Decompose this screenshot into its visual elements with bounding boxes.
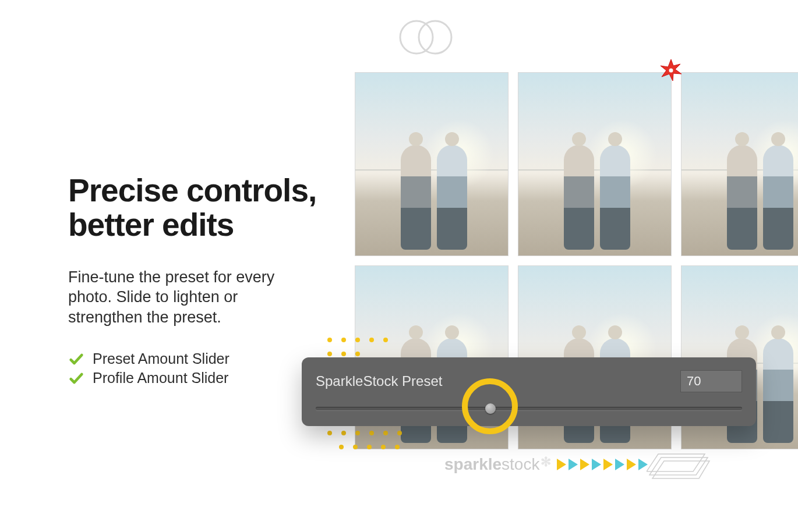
feature-item: Profile Amount Slider bbox=[68, 370, 336, 386]
thumbnail bbox=[355, 72, 509, 256]
svg-point-15 bbox=[383, 431, 388, 435]
star-icon bbox=[659, 58, 683, 85]
checkmark-icon bbox=[68, 370, 84, 386]
svg-point-1 bbox=[419, 21, 451, 54]
svg-point-0 bbox=[400, 21, 433, 54]
svg-point-17 bbox=[339, 445, 344, 449]
thumbnail bbox=[681, 72, 798, 256]
asterisk-icon: ✻ bbox=[541, 455, 551, 469]
svg-point-16 bbox=[397, 431, 402, 435]
svg-point-14 bbox=[369, 431, 374, 435]
heading-line-1: Precise controls, bbox=[68, 172, 316, 208]
triangle-row-icon bbox=[557, 459, 648, 470]
slider-value-input[interactable] bbox=[680, 370, 742, 392]
brand-logo: sparklestock✻ bbox=[444, 455, 648, 474]
svg-point-13 bbox=[355, 431, 360, 435]
dot-pattern-icon bbox=[324, 427, 440, 464]
brand-part-1: sparkle bbox=[444, 455, 502, 473]
svg-point-4 bbox=[341, 338, 346, 342]
checkmark-icon bbox=[68, 351, 84, 367]
svg-point-18 bbox=[353, 445, 358, 449]
slider-label: SparkleStock Preset bbox=[316, 373, 442, 389]
svg-point-11 bbox=[327, 431, 332, 435]
svg-point-2 bbox=[669, 69, 673, 73]
feature-label: Preset Amount Slider bbox=[93, 350, 229, 367]
overlap-circles-icon bbox=[398, 19, 454, 56]
subcopy: Fine-tune the preset for every photo. Sl… bbox=[68, 267, 289, 328]
feature-label: Profile Amount Slider bbox=[93, 370, 228, 386]
svg-point-12 bbox=[341, 431, 346, 435]
parallelogram-icon bbox=[647, 448, 711, 485]
page-heading: Precise controls, better edits bbox=[68, 173, 336, 243]
highlight-ring-icon bbox=[462, 378, 518, 434]
amount-slider[interactable] bbox=[316, 403, 742, 417]
svg-point-20 bbox=[381, 445, 386, 449]
feature-item: Preset Amount Slider bbox=[68, 350, 336, 367]
brand-part-2: stock bbox=[502, 455, 539, 473]
svg-point-21 bbox=[395, 445, 400, 449]
preset-amount-panel: SparkleStock Preset bbox=[302, 357, 756, 426]
svg-point-9 bbox=[341, 352, 346, 356]
svg-point-19 bbox=[367, 445, 372, 449]
heading-line-2: better edits bbox=[68, 207, 234, 243]
thumbnail bbox=[518, 72, 672, 256]
